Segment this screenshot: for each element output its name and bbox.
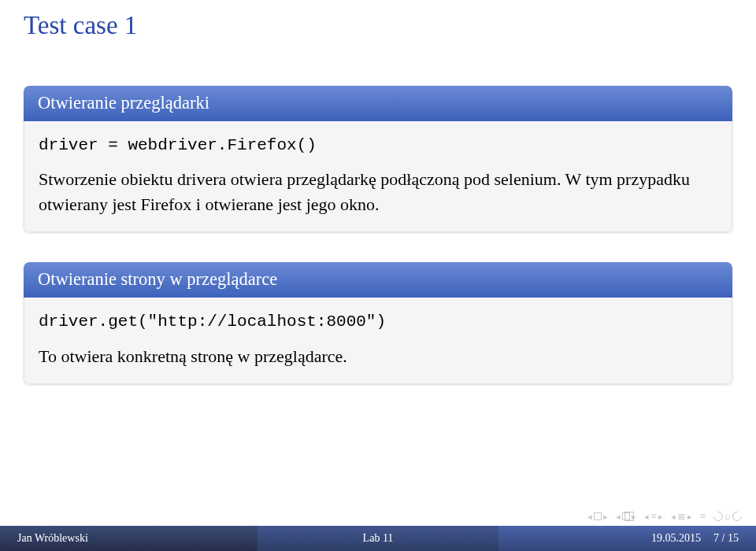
footline-title: Lab 11 [258, 526, 498, 551]
section-icon: ≣ [677, 510, 686, 523]
subsection-icon: ≡ [650, 510, 656, 523]
search-icon: ⌕ [724, 510, 731, 523]
nav-slide-group[interactable]: ◂ ▸ [587, 512, 608, 521]
slide-content: Otwieranie przeglądarki driver = webdriv… [0, 40, 756, 384]
date-text: 19.05.2015 [651, 532, 701, 545]
code-line: driver.get("http://localhost:8000") [39, 310, 717, 334]
forward-arrow-icon [731, 510, 744, 523]
chevron-right-icon: ▸ [603, 512, 608, 521]
block-body: driver = webdriver.Firefox() Stworzenie … [24, 121, 732, 232]
block-paragraph: To otwiera konkretną stronę w przeglądar… [39, 344, 717, 369]
nav-frame-group[interactable]: ◂ ▸ [616, 512, 636, 521]
footline-author: Jan Wróblewski [0, 526, 258, 551]
page-number: 7 / 15 [713, 532, 739, 545]
code-line: driver = webdriver.Firefox() [39, 134, 717, 157]
block-open-browser: Otwieranie przeglądarki driver = webdriv… [24, 86, 732, 232]
slide-icon [594, 512, 602, 520]
chevron-right-icon: ▸ [687, 512, 692, 521]
block-title: Otwieranie strony w przeglądarce [24, 262, 732, 298]
back-arrow-icon [712, 510, 725, 523]
block-open-page: Otwieranie strony w przeglądarce driver.… [24, 262, 732, 383]
footline: Jan Wróblewski Lab 11 19.05.2015 7 / 15 [0, 526, 756, 551]
beamer-nav-symbols: ◂ ▸ ◂ ▸ ◂ ≡ ▸ ◂ ≣ ▸ ≡ ⌕ [587, 510, 742, 523]
chevron-right-icon: ▸ [658, 512, 663, 521]
title-text: Lab 11 [363, 532, 394, 545]
frame-title: Test case 1 [0, 0, 756, 40]
appendix-icon[interactable]: ≡ [700, 510, 706, 523]
frame-icon [622, 512, 630, 520]
chevron-left-icon: ◂ [671, 512, 676, 521]
nav-back-forward[interactable]: ⌕ [713, 510, 742, 523]
chevron-left-icon: ◂ [616, 512, 621, 521]
author-text: Jan Wróblewski [17, 532, 88, 545]
block-title: Otwieranie przeglądarki [24, 86, 732, 121]
nav-subsection-group[interactable]: ◂ ≡ ▸ [644, 510, 662, 523]
chevron-left-icon: ◂ [587, 512, 592, 521]
footline-date-page: 19.05.2015 7 / 15 [498, 526, 756, 551]
chevron-left-icon: ◂ [644, 512, 649, 521]
nav-section-group[interactable]: ◂ ≣ ▸ [671, 510, 692, 523]
block-paragraph: Stworzenie obiektu drivera otwiera przeg… [39, 167, 717, 217]
block-body: driver.get("http://localhost:8000") To o… [24, 298, 732, 383]
